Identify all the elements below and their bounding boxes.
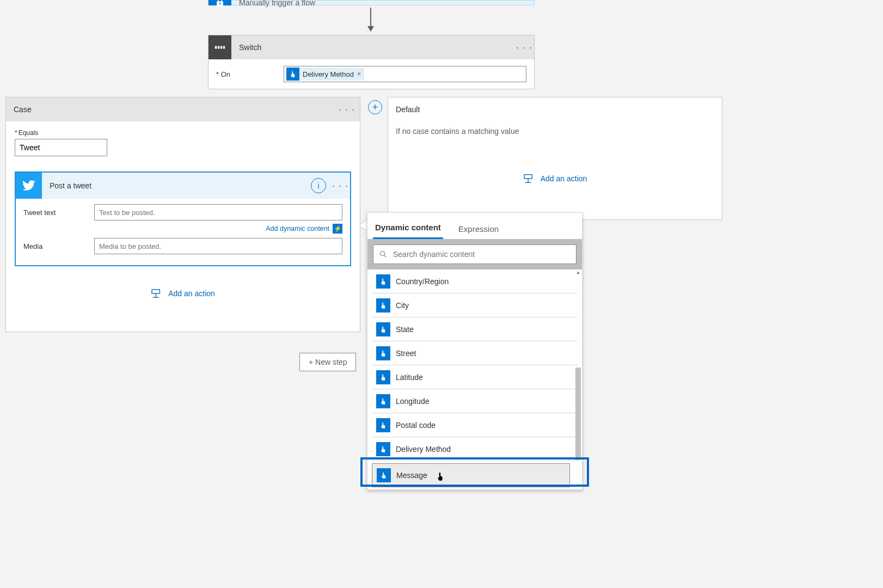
dc-search-input[interactable] — [393, 250, 571, 259]
token-delivery-method[interactable]: Delivery Method × — [286, 68, 364, 81]
default-add-action-button[interactable]: Add an action — [388, 138, 722, 219]
case-card: Case · · · *Equals Post a tweet i · · · … — [5, 97, 360, 332]
dc-item-message[interactable]: Message — [372, 463, 570, 487]
svg-line-13 — [384, 255, 386, 257]
case-add-action-button[interactable]: Add an action — [15, 266, 351, 321]
media-input[interactable] — [94, 238, 342, 254]
case-header[interactable]: Case · · · — [6, 97, 360, 121]
dc-item-longitude[interactable]: Longitude — [372, 389, 578, 413]
touch-icon — [376, 274, 390, 289]
svg-rect-9 — [524, 175, 532, 179]
tweet-text-label: Tweet text — [23, 209, 94, 217]
case-menu-button[interactable]: · · · — [337, 100, 357, 119]
default-header[interactable]: Default — [388, 97, 722, 121]
scroll-thumb[interactable] — [575, 367, 581, 460]
dc-item-city[interactable]: City — [372, 293, 578, 317]
svg-rect-5 — [223, 46, 225, 49]
dc-item-delivery-method[interactable]: Delivery Method — [372, 437, 578, 461]
switch-title: Switch — [231, 43, 514, 52]
touch-icon — [376, 418, 390, 432]
touch-icon — [376, 298, 390, 313]
switch-card: Switch · · · * On Delivery Method × — [208, 35, 535, 89]
trigger-icon — [209, 0, 231, 5]
touch-icon — [376, 442, 390, 456]
case-equals-label: *Equals — [15, 129, 351, 137]
switch-menu-button[interactable]: · · · — [514, 38, 534, 57]
dc-search-box[interactable] — [373, 244, 577, 264]
svg-rect-3 — [218, 46, 219, 49]
dc-item-latitude[interactable]: Latitude — [372, 365, 578, 389]
case-equals-input[interactable] — [15, 139, 107, 156]
default-desc: If no case contains a matching value — [388, 121, 722, 138]
case-title: Case — [14, 105, 337, 114]
touch-icon — [286, 68, 299, 81]
token-remove[interactable]: × — [357, 70, 361, 78]
scroll-up-icon[interactable]: ▲ — [575, 270, 581, 275]
dc-item-country[interactable]: Country/Region — [372, 270, 578, 293]
dc-item-state[interactable]: State — [372, 317, 578, 341]
info-icon[interactable]: i — [311, 178, 326, 193]
tweet-action-header[interactable]: Post a tweet i · · · — [16, 173, 350, 199]
default-card: Default If no case contains a matching v… — [388, 97, 722, 220]
media-label: Media — [23, 242, 94, 250]
touch-icon — [376, 370, 390, 384]
cursor-icon — [436, 471, 446, 482]
dc-item-street[interactable]: Street — [372, 341, 578, 365]
svg-rect-2 — [215, 46, 217, 49]
tweet-text-input[interactable] — [94, 204, 342, 220]
tweet-action-title: Post a tweet — [42, 181, 311, 190]
tab-expression[interactable]: Expression — [456, 224, 501, 239]
trigger-card[interactable]: Manually trigger a flow — [208, 0, 535, 5]
svg-marker-1 — [367, 26, 374, 32]
svg-rect-6 — [152, 290, 160, 293]
touch-icon — [376, 394, 390, 408]
touch-icon — [377, 468, 391, 482]
switch-on-input[interactable]: Delivery Method × — [284, 66, 526, 82]
dynamic-content-panel: Dynamic content Expression Country/Regio… — [367, 212, 582, 490]
add-dynamic-content-link[interactable]: Add dynamic content — [266, 225, 329, 232]
twitter-icon — [16, 173, 42, 199]
touch-icon — [376, 322, 390, 336]
dc-list: Country/Region City State Street Latitud… — [367, 270, 582, 487]
default-title: Default — [396, 105, 420, 114]
dc-scrollbar[interactable]: ▲ — [575, 270, 581, 487]
tweet-action-card: Post a tweet i · · · Tweet text Add dyna… — [15, 171, 351, 266]
svg-point-12 — [381, 252, 385, 256]
switch-header[interactable]: Switch · · · — [209, 35, 534, 59]
tweet-action-menu[interactable]: · · · — [330, 176, 350, 195]
dc-panel-caret — [360, 220, 367, 231]
new-step-button[interactable]: + New step — [299, 353, 356, 371]
arrow-connector — [366, 8, 375, 32]
svg-rect-4 — [220, 46, 222, 49]
dynamic-content-icon[interactable]: ⚡ — [333, 224, 342, 234]
dc-item-postal[interactable]: Postal code — [372, 413, 578, 437]
switch-icon — [209, 35, 231, 59]
add-case-button[interactable]: + — [368, 100, 382, 114]
touch-icon — [376, 346, 390, 360]
trigger-title: Manually trigger a flow — [231, 0, 315, 7]
tab-dynamic-content[interactable]: Dynamic content — [373, 223, 443, 239]
switch-on-label: * On — [216, 70, 276, 78]
